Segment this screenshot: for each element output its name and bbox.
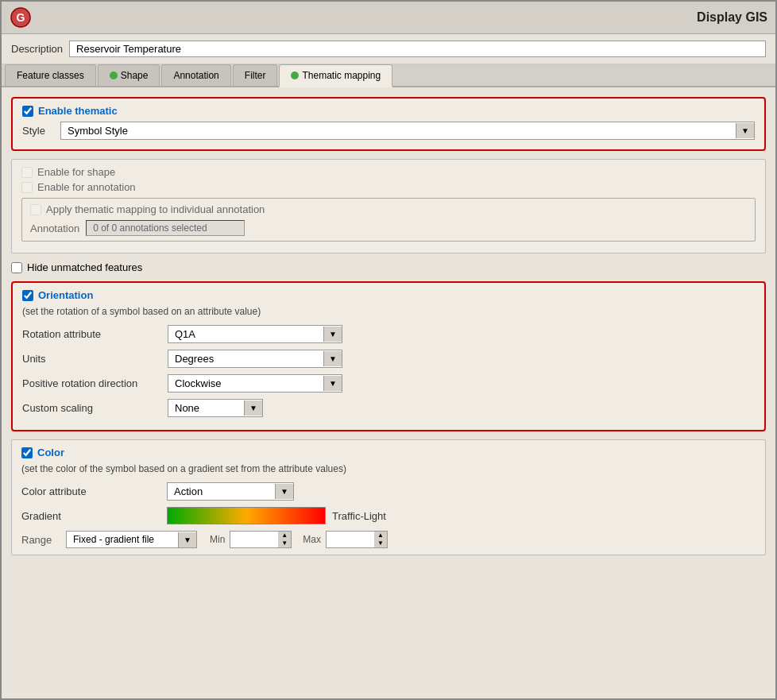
units-arrow[interactable]: ▼ (323, 351, 342, 366)
rotation-attr-row: Rotation attribute Q1A ▼ (22, 325, 755, 343)
custom-scaling-dropdown[interactable]: None ▼ (168, 399, 263, 417)
window-title: Display GIS (697, 10, 767, 25)
min-label: Min (210, 534, 225, 545)
max-input-group: 3.99 ▲ ▼ (326, 531, 388, 548)
enable-shape-checkbox[interactable] (21, 167, 33, 178)
max-up-button[interactable]: ▲ (374, 532, 387, 540)
min-spinner: ▲ ▼ (278, 532, 291, 547)
tab-shape-label: Shape (121, 70, 149, 81)
range-value: Fixed - gradient file (67, 532, 178, 547)
min-input-group: 1.00 ▲ ▼ (230, 531, 292, 548)
rotation-attr-arrow[interactable]: ▼ (323, 327, 342, 342)
gradient-label: Gradient (21, 510, 160, 522)
enable-thematic-label: Enable thematic (38, 105, 118, 117)
max-spinner: ▲ ▼ (374, 532, 387, 547)
min-up-button[interactable]: ▲ (278, 532, 291, 540)
description-row: Description Reservoir Temperature (2, 34, 775, 64)
color-section: Color (set the color of the symbol based… (11, 439, 766, 555)
tab-filter-label: Filter (245, 70, 266, 81)
enable-annotation-checkbox[interactable] (21, 182, 33, 193)
pos-rotation-label: Positive rotation direction (22, 377, 161, 389)
range-label: Range (21, 534, 61, 546)
color-attr-dropdown[interactable]: Action ▼ (167, 482, 294, 501)
orientation-section: Orientation (set the rotation of a symbo… (11, 281, 766, 431)
orientation-checkbox[interactable] (22, 290, 33, 301)
custom-scaling-arrow[interactable]: ▼ (244, 400, 262, 416)
range-dropdown[interactable]: Fixed - gradient file ▼ (66, 531, 197, 548)
titlebar: G Display GIS (2, 2, 775, 34)
color-header: Color (21, 447, 756, 458)
hide-unmatched-checkbox[interactable] (11, 262, 22, 273)
range-row: Range Fixed - gradient file ▼ Min 1.00 ▲… (21, 531, 756, 548)
rotation-attr-dropdown[interactable]: Q1A ▼ (168, 325, 342, 343)
units-value: Degrees (168, 350, 323, 367)
annotation-label: Annotation (30, 222, 79, 234)
orientation-desc: (set the rotation of a symbol based on a… (22, 306, 755, 317)
tab-annotation[interactable]: Annotation (161, 64, 230, 86)
gradient-name: Traffic-Light (332, 510, 386, 522)
svg-text:G: G (17, 11, 25, 24)
orientation-title: Orientation (38, 289, 93, 301)
pos-rotation-arrow[interactable]: ▼ (323, 376, 342, 391)
tab-thematic-mapping[interactable]: Thematic mapping (279, 64, 392, 87)
custom-scaling-row: Custom scaling None ▼ (22, 399, 755, 417)
tabs-row: Feature classes Shape Annotation Filter … (2, 64, 775, 87)
description-input[interactable]: Reservoir Temperature (69, 41, 766, 57)
enable-annotation-label: Enable for annotation (37, 181, 136, 193)
apply-thematic-checkbox[interactable] (30, 204, 41, 215)
enable-thematic-row: Enable thematic (22, 105, 755, 117)
units-label: Units (22, 353, 161, 365)
color-attr-row: Color attribute Action ▼ (21, 482, 756, 501)
color-attr-arrow[interactable]: ▼ (275, 484, 293, 499)
units-row: Units Degrees ▼ (22, 350, 755, 368)
gradient-bar: Traffic-Light (167, 507, 386, 524)
enable-thematic-checkbox[interactable] (22, 106, 33, 117)
apply-thematic-row: Apply thematic mapping to individual ann… (30, 203, 747, 215)
tab-shape[interactable]: Shape (98, 64, 160, 86)
enable-options-section: Enable for shape Enable for annotation A… (11, 159, 766, 253)
max-input[interactable]: 3.99 (327, 532, 374, 547)
rotation-attr-label: Rotation attribute (22, 328, 161, 340)
max-down-button[interactable]: ▼ (374, 540, 387, 547)
hide-row: Hide unmatched features (11, 261, 766, 273)
tab-filter[interactable]: Filter (233, 64, 278, 86)
apply-thematic-group: Apply thematic mapping to individual ann… (21, 198, 756, 242)
custom-scaling-label: Custom scaling (22, 402, 161, 414)
enable-shape-row: Enable for shape (21, 166, 756, 178)
color-attr-value: Action (168, 483, 275, 500)
min-input[interactable]: 1.00 (230, 532, 278, 547)
units-dropdown[interactable]: Degrees ▼ (168, 350, 342, 368)
app-logo: G (10, 6, 32, 29)
orientation-title-row: Orientation (22, 289, 755, 301)
style-dropdown-arrow[interactable]: ▼ (736, 123, 754, 138)
color-title: Color (37, 447, 64, 458)
tab-shape-dot (110, 72, 118, 79)
pos-rotation-dropdown[interactable]: Clockwise ▼ (168, 374, 342, 393)
content-area: Enable thematic Style Symbol Style ▼ Ena… (2, 87, 775, 698)
pos-rotation-row: Positive rotation direction Clockwise ▼ (22, 374, 755, 393)
style-row: Style Symbol Style ▼ (22, 122, 755, 140)
description-label: Description (11, 43, 63, 55)
custom-scaling-value: None (168, 400, 244, 416)
color-desc: (set the color of the symbol based on a … (21, 463, 756, 474)
color-checkbox[interactable] (21, 447, 33, 458)
tab-feature-classes[interactable]: Feature classes (5, 64, 96, 86)
annotation-input[interactable]: 0 of 0 annotations selected (86, 220, 245, 236)
min-down-button[interactable]: ▼ (278, 540, 291, 547)
pos-rotation-value: Clockwise (168, 375, 323, 392)
max-label: Max (303, 534, 321, 545)
annotation-row: Annotation 0 of 0 annotations selected (30, 220, 747, 236)
tab-thematic-label: Thematic mapping (302, 70, 381, 81)
apply-thematic-label: Apply thematic mapping to individual ann… (46, 203, 265, 215)
main-window: G Display GIS Description Reservoir Temp… (0, 0, 777, 700)
enable-shape-label: Enable for shape (37, 166, 115, 178)
tab-annotation-label: Annotation (173, 70, 218, 81)
color-attr-label: Color attribute (21, 485, 160, 497)
style-dropdown[interactable]: Symbol Style ▼ (60, 122, 755, 140)
range-arrow[interactable]: ▼ (178, 532, 196, 547)
hide-unmatched-label: Hide unmatched features (27, 261, 142, 273)
style-value: Symbol Style (61, 122, 736, 139)
gradient-visual[interactable] (167, 507, 326, 524)
style-label: Style (22, 125, 54, 137)
gradient-row: Gradient Traffic-Light (21, 507, 756, 524)
